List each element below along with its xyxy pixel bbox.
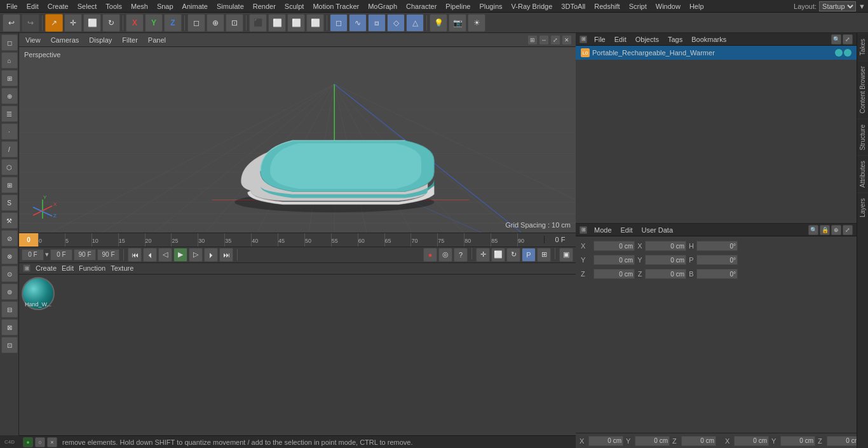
undo-button[interactable]: ↩ — [3, 14, 20, 32]
playback-P-btn[interactable]: P — [522, 248, 536, 262]
menu-motion-tracker[interactable]: Motion Tracker — [309, 1, 363, 11]
axis-y-button[interactable]: Y — [145, 14, 163, 32]
menu-mograph[interactable]: MoGraph — [364, 1, 401, 11]
menu-sculpt[interactable]: Sculpt — [281, 1, 308, 11]
frame-end-input-2[interactable] — [97, 249, 119, 261]
frame-end-input-1[interactable] — [74, 249, 96, 261]
layout-expand-icon[interactable]: ▼ — [858, 3, 865, 10]
search-icon[interactable]: 🔍 — [831, 34, 841, 44]
object-mgr-tags[interactable]: Tags — [666, 34, 684, 44]
attr-search-icon[interactable]: 🔍 — [808, 225, 818, 235]
object-mgr-dots[interactable]: ⊞ — [580, 36, 587, 43]
menu-redshift[interactable]: Redshift — [590, 1, 623, 11]
v-tab-content[interactable]: Content Browser — [857, 60, 868, 118]
viewport-close-btn[interactable]: ✕ — [562, 35, 572, 45]
menu-snap[interactable]: Snap — [153, 1, 177, 11]
material-header-dots[interactable]: ⊞ — [23, 264, 31, 272]
pos-y2-input[interactable] — [645, 255, 686, 265]
playback-go-start-button[interactable]: ⏮ — [128, 248, 142, 262]
attr-more-icon[interactable]: ⊕ — [831, 225, 841, 235]
menu-script[interactable]: Script — [625, 1, 651, 11]
menu-help[interactable]: Help — [686, 1, 708, 11]
playback-render-frame-btn[interactable]: ▣ — [559, 248, 573, 262]
v-tab-layers[interactable]: Layers — [857, 193, 868, 222]
coord-y2-input[interactable] — [780, 436, 815, 446]
status-icon-record[interactable]: ● — [23, 437, 33, 447]
deform-button[interactable]: ◇ — [387, 14, 405, 32]
coord-x-input[interactable] — [588, 436, 623, 446]
playback-rotate-btn[interactable]: ↻ — [506, 248, 520, 262]
viewport-maximize-btn[interactable]: ⤢ — [550, 35, 560, 45]
playback-play-button[interactable]: ▶ — [173, 248, 187, 262]
sidebar-live-btn[interactable]: S — [1, 194, 18, 211]
pos-z2-input[interactable] — [645, 269, 686, 279]
object-row[interactable]: L0 Portable_Rechargeable_Hand_Warmer — [576, 46, 857, 60]
menu-vray[interactable]: V-Ray Bridge — [508, 1, 557, 11]
viewport-move-btn[interactable]: ↔ — [539, 35, 549, 45]
attr-dots[interactable]: ⊞ — [580, 226, 587, 234]
coord-y-input[interactable] — [635, 436, 670, 446]
spline-button[interactable]: ∿ — [349, 14, 367, 32]
object-mgr-objects[interactable]: Objects — [634, 34, 661, 44]
empty-button[interactable]: △ — [406, 14, 424, 32]
timeline-start-badge[interactable]: 0 — [19, 233, 38, 247]
attr-userdata-menu[interactable]: User Data — [640, 225, 675, 235]
playback-prev-step-button[interactable]: ◁ — [158, 248, 172, 262]
menu-mesh[interactable]: Mesh — [127, 1, 152, 11]
material-edit-menu[interactable]: Edit — [62, 264, 74, 272]
xpresso-button[interactable]: ☀ — [468, 14, 485, 32]
sidebar-tool6-btn[interactable]: ⊟ — [1, 301, 18, 318]
object-mgr-file[interactable]: File — [592, 34, 607, 44]
world-coord-button[interactable]: ⊕ — [207, 14, 224, 32]
axis-z-button[interactable]: Z — [164, 14, 182, 32]
menu-animate[interactable]: Animate — [179, 1, 212, 11]
menu-tools[interactable]: Tools — [102, 1, 126, 11]
modifier-button[interactable]: ⧈ — [368, 14, 386, 32]
axis-x-button[interactable]: X — [126, 14, 144, 32]
menu-pipeline[interactable]: Pipeline — [442, 1, 474, 11]
camera-button[interactable]: 📷 — [449, 14, 466, 32]
rot-p-input[interactable] — [696, 255, 738, 265]
viewport-3d[interactable]: Perspective — [19, 47, 576, 233]
sidebar-tool3-btn[interactable]: ⊗ — [1, 248, 18, 264]
sidebar-poly-btn[interactable]: ⬡ — [1, 159, 18, 175]
sidebar-points-btn[interactable]: · — [1, 123, 18, 140]
sidebar-tool2-btn[interactable]: ⊘ — [1, 230, 18, 247]
sidebar-tool5-btn[interactable]: ⊚ — [1, 283, 18, 300]
frame-current-input[interactable] — [50, 249, 72, 261]
frame-start-input[interactable] — [22, 249, 44, 261]
frame-step-down[interactable]: ▾ — [45, 250, 49, 259]
playback-box-btn[interactable]: ⬜ — [491, 248, 505, 262]
coord-z2-input[interactable] — [827, 436, 857, 446]
playback-autokey-button[interactable]: ◎ — [438, 248, 452, 262]
attr-edit-menu[interactable]: Edit — [619, 225, 635, 235]
pos-y-input[interactable] — [593, 255, 635, 265]
sidebar-sculpt-btn[interactable]: ⌂ — [1, 52, 18, 69]
playback-next-step-button[interactable]: ▷ — [189, 248, 203, 262]
playback-record-button[interactable]: ● — [423, 248, 437, 262]
menu-file[interactable]: File — [3, 1, 22, 11]
rot-h-input[interactable] — [696, 241, 738, 251]
v-tab-attributes[interactable]: Attributes — [857, 155, 868, 193]
menu-render[interactable]: Render — [249, 1, 280, 11]
mode-box-button[interactable]: ⬜ — [83, 14, 101, 32]
render-region-button[interactable]: ⬜ — [268, 14, 286, 32]
viewport-cameras-menu[interactable]: Cameras — [48, 35, 82, 45]
v-tab-structure[interactable]: Structure — [857, 119, 868, 156]
sidebar-model-btn[interactable]: ◻ — [1, 34, 18, 51]
attr-lock-icon[interactable]: 🔒 — [820, 225, 830, 235]
object-type-button[interactable]: ◻ — [187, 14, 205, 32]
viewport-panel-menu[interactable]: Panel — [146, 35, 168, 45]
material-create-menu[interactable]: Create — [36, 264, 57, 272]
playback-loop-button[interactable]: ? — [454, 248, 468, 262]
cube-button[interactable]: ◻ — [330, 14, 348, 32]
attr-expand-icon[interactable]: ⤢ — [843, 225, 853, 235]
object-mgr-bookmarks[interactable]: Bookmarks — [689, 34, 728, 44]
mode-rotate-button[interactable]: ↻ — [102, 14, 120, 32]
coord-x2-input[interactable] — [734, 436, 769, 446]
sidebar-bp-btn[interactable]: ⊕ — [1, 88, 18, 104]
material-function-menu[interactable]: Function — [79, 264, 105, 272]
coord-z-input[interactable] — [681, 436, 716, 446]
sidebar-layer-btn[interactable]: ☰ — [1, 105, 18, 122]
render-active-button[interactable]: ⬜ — [287, 14, 305, 32]
